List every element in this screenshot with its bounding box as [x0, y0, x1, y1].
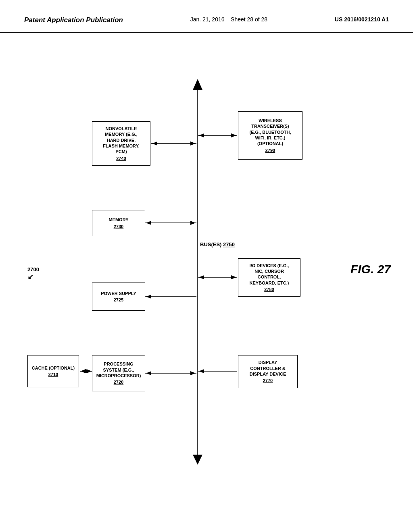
power-supply-box: POWER SUPPLY 2725	[92, 283, 145, 311]
svg-marker-5	[190, 141, 196, 145]
processing-box: PROCESSINGSYSTEM (E.G.,MICROPROCESSOR) 2…	[92, 355, 145, 391]
svg-marker-22	[231, 133, 236, 137]
nonvolatile-memory-box: NONVOLATILEMEMORY (E.G.,HARD DRIVE,FLASH…	[92, 121, 150, 166]
wireless-box: WIRELESSTRANSCEIVER(S)(E.G., BLUETOOTH,W…	[238, 111, 302, 160]
memory-box: MEMORY 2730	[92, 210, 145, 236]
svg-marker-7	[146, 221, 151, 225]
patent-number: US 2016/0021210 A1	[335, 16, 389, 23]
patent-page: Patent Application Publication Jan. 21, …	[0, 0, 413, 532]
page-header: Patent Application Publication Jan. 21, …	[0, 0, 413, 33]
svg-marker-16	[86, 369, 91, 373]
display-box: DISPLAYCONTROLLER &DISPLAY DEVICE 2770	[238, 355, 298, 388]
svg-marker-8	[190, 221, 196, 225]
sheet-info: Sheet 28 of 28	[231, 16, 267, 23]
svg-marker-18	[81, 369, 86, 373]
publication-title: Patent Application Publication	[24, 16, 123, 24]
system-label: 2700 ↙	[27, 266, 39, 281]
svg-marker-2	[193, 455, 202, 465]
svg-marker-10	[146, 295, 151, 299]
svg-marker-19	[87, 369, 92, 373]
svg-marker-24	[199, 275, 204, 279]
svg-marker-1	[193, 79, 202, 90]
svg-marker-25	[231, 275, 236, 279]
svg-marker-4	[152, 141, 157, 145]
io-devices-box: I/O DEVICES (E.G.,NIC, CURSORCONTROL,KEY…	[238, 258, 300, 297]
figure-label: FIG. 27	[350, 262, 391, 276]
svg-marker-13	[190, 371, 196, 375]
publication-date-sheet: Jan. 21, 2016 Sheet 28 of 28	[190, 16, 268, 23]
cache-box: CACHE (OPTIONAL) 2710	[27, 355, 79, 387]
publication-date: Jan. 21, 2016	[190, 16, 225, 23]
svg-marker-21	[199, 133, 204, 137]
svg-marker-15	[81, 369, 86, 373]
svg-marker-27	[199, 369, 204, 373]
diagram-area: BUS(ES) 2750 CACHE (OPTIONAL) 2710 PROCE…	[0, 33, 413, 516]
svg-text:BUS(ES) 2750: BUS(ES) 2750	[200, 241, 235, 247]
svg-marker-12	[146, 371, 151, 375]
